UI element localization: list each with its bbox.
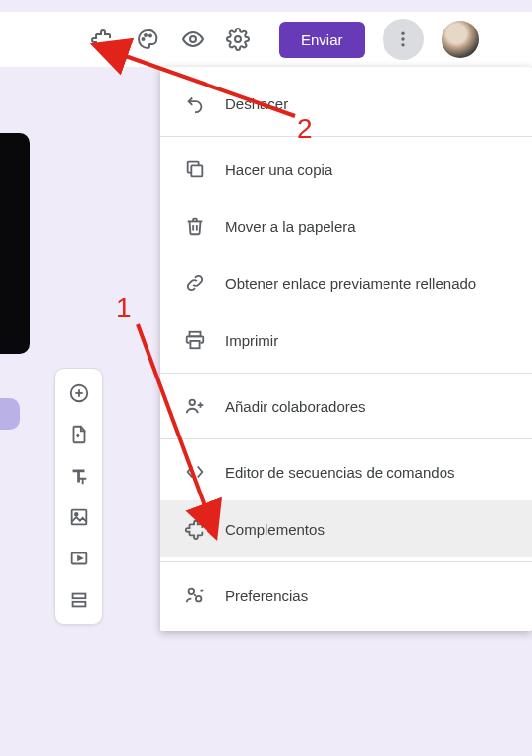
palette-icon[interactable] [134,26,161,53]
menu-trash-label: Mover a la papelera [225,218,356,235]
print-icon [184,329,206,351]
add-title-icon[interactable] [68,465,89,487]
svg-marker-14 [78,556,82,560]
top-toolbar: Enviar [0,12,532,67]
menu-addons[interactable]: Complementos [160,500,532,557]
menu-print-label: Imprimir [225,332,278,349]
menu-trash[interactable]: Mover a la papelera [160,198,532,255]
addons-icon[interactable] [89,26,116,53]
menu-print[interactable]: Imprimir [160,312,532,369]
trash-icon [184,215,206,237]
copy-icon [184,158,206,180]
form-preview-strip [0,133,30,354]
svg-point-7 [401,43,404,46]
add-image-icon[interactable] [68,506,89,528]
script-icon [184,461,206,483]
svg-rect-11 [72,510,87,525]
preview-icon[interactable] [179,26,207,53]
more-button[interactable] [383,19,424,60]
menu-addons-label: Complementos [225,521,325,538]
svg-point-12 [75,513,78,516]
question-toolbox [54,368,103,625]
undo-icon [184,92,206,114]
menu-undo-label: Deshacer [225,95,288,112]
svg-rect-15 [73,594,86,599]
menu-separator [160,438,532,439]
menu-copy[interactable]: Hacer una copia [160,141,532,198]
form-preview-stub [0,398,20,430]
menu-script-editor[interactable]: Editor de secuencias de comandos [160,443,532,500]
link-icon [184,272,206,294]
annotation-label-2: 2 [297,113,313,145]
svg-point-5 [401,32,404,35]
menu-collaborators[interactable]: Añadir colaboradores [160,378,532,435]
avatar[interactable] [442,21,479,58]
menu-preferences-label: Preferencias [225,587,308,604]
add-question-icon[interactable] [68,382,89,404]
menu-preferences[interactable]: Preferencias [160,566,532,623]
svg-point-2 [149,35,151,37]
svg-point-22 [190,400,196,406]
menu-separator [160,373,532,374]
menu-undo[interactable]: Deshacer [160,75,532,132]
menu-script-label: Editor de secuencias de comandos [225,464,454,481]
collaborators-icon [184,395,206,417]
svg-point-26 [196,596,202,602]
menu-collaborators-label: Añadir colaboradores [225,398,366,415]
svg-point-1 [145,34,147,36]
send-button[interactable]: Enviar [279,22,365,58]
settings-icon[interactable] [224,26,252,53]
menu-separator [160,561,532,562]
add-video-icon[interactable] [68,548,89,569]
add-section-icon[interactable] [68,589,89,611]
puzzle-icon [184,518,206,540]
preferences-icon [184,584,206,606]
svg-rect-21 [190,341,199,348]
svg-point-6 [401,37,404,40]
import-question-icon[interactable] [68,424,89,445]
svg-point-3 [190,36,196,42]
svg-rect-17 [191,165,202,176]
svg-point-0 [143,38,145,40]
annotation-label-1: 1 [116,292,132,323]
svg-point-4 [235,36,241,42]
svg-rect-16 [73,602,86,607]
menu-copy-label: Hacer una copia [225,161,332,178]
svg-point-25 [189,589,195,595]
menu-separator [160,136,532,137]
more-menu: Deshacer Hacer una copia Mover a la pape… [160,67,532,631]
menu-link[interactable]: Obtener enlace previamente rellenado [160,255,532,312]
menu-link-label: Obtener enlace previamente rellenado [225,275,476,292]
